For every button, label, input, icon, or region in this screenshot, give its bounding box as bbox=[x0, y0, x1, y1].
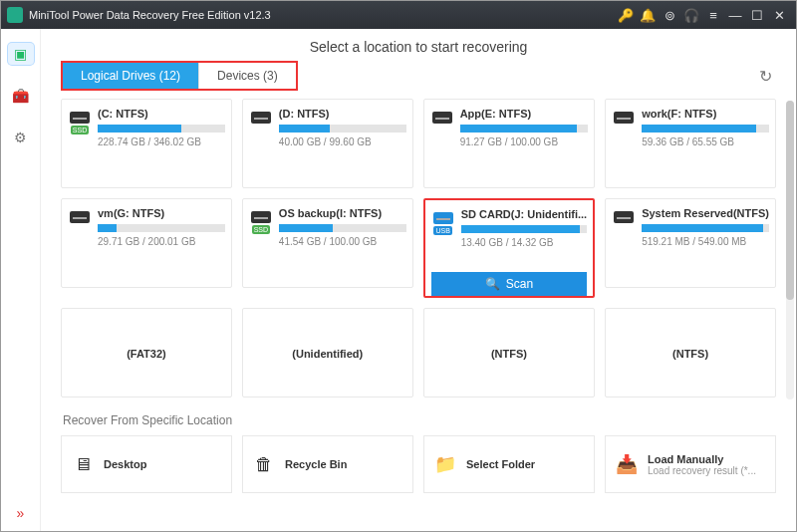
drive-card-9[interactable]: (Unidentified) bbox=[242, 308, 413, 398]
drive-card-7[interactable]: System Reserved(NTFS)519.21 MB / 549.00 … bbox=[605, 198, 776, 288]
drive-size: 13.40 GB / 14.32 GB bbox=[461, 237, 588, 248]
maximize-button[interactable]: ☐ bbox=[746, 8, 768, 23]
drive-card-1[interactable]: (D: NTFS)40.00 GB / 99.60 GB bbox=[242, 99, 413, 188]
drive-name: work(F: NTFS) bbox=[642, 108, 769, 120]
drive-size: 91.27 GB / 100.00 GB bbox=[460, 136, 589, 147]
location-card-3[interactable]: 📥Load ManuallyLoad recovery result (*... bbox=[605, 435, 776, 493]
drive-icon bbox=[612, 211, 636, 223]
drive-name: SD CARD(J: Unidentifi... bbox=[461, 208, 588, 220]
drive-name: (Unidentified) bbox=[292, 348, 363, 360]
location-card-1[interactable]: 🗑Recycle Bin bbox=[242, 435, 413, 493]
drive-tag: USB bbox=[433, 226, 451, 235]
tabs-highlight-box: Logical Drives (12) Devices (3) bbox=[61, 61, 298, 91]
drive-size: 40.00 GB / 99.60 GB bbox=[279, 136, 406, 147]
drive-name: (NTFS) bbox=[491, 348, 527, 360]
location-card-0[interactable]: 🖥Desktop bbox=[61, 435, 232, 493]
headset-icon[interactable]: 🎧 bbox=[680, 8, 702, 23]
scrollbar-thumb[interactable] bbox=[786, 101, 794, 300]
scan-label: Scan bbox=[506, 277, 533, 291]
sidebar-item-drives[interactable]: ▣ bbox=[8, 43, 34, 65]
drive-card-4[interactable]: vm(G: NTFS)29.71 GB / 200.01 GB bbox=[61, 198, 232, 288]
drive-card-5[interactable]: SSDOS backup(I: NTFS)41.54 GB / 100.00 G… bbox=[242, 198, 413, 288]
drive-name: (FAT32) bbox=[127, 348, 166, 360]
key-icon[interactable]: 🔑 bbox=[615, 8, 637, 23]
location-icon: 🗑 bbox=[253, 454, 275, 475]
usage-bar bbox=[98, 224, 225, 232]
drive-size: 29.71 GB / 200.01 GB bbox=[98, 236, 225, 247]
drive-name: (D: NTFS) bbox=[279, 108, 406, 120]
location-sublabel: Load recovery result (*... bbox=[648, 465, 756, 476]
drive-tag: SSD bbox=[252, 225, 270, 234]
drive-card-3[interactable]: work(F: NTFS)59.36 GB / 65.55 GB bbox=[605, 99, 776, 188]
refresh-icon[interactable]: ↻ bbox=[755, 63, 776, 90]
drive-card-6[interactable]: USBSD CARD(J: Unidentifi...13.40 GB / 14… bbox=[423, 198, 596, 298]
usage-bar bbox=[460, 125, 589, 133]
drive-icon: SSD bbox=[68, 112, 92, 134]
expand-sidebar-icon[interactable]: » bbox=[17, 505, 25, 521]
tab-logical-drives[interactable]: Logical Drives (12) bbox=[63, 63, 198, 89]
drive-name: System Reserved(NTFS) bbox=[642, 207, 769, 219]
usage-bar bbox=[279, 125, 406, 133]
drive-name: (C: NTFS) bbox=[98, 108, 225, 120]
sidebar-item-toolbox[interactable]: 🧰 bbox=[8, 85, 34, 107]
tab-devices[interactable]: Devices (3) bbox=[198, 63, 296, 89]
sidebar-item-settings[interactable]: ⚙ bbox=[8, 127, 34, 148]
location-label: Recycle Bin bbox=[285, 458, 347, 470]
usage-bar bbox=[279, 224, 406, 232]
location-label: Select Folder bbox=[466, 458, 535, 470]
location-icon: 📁 bbox=[434, 453, 456, 475]
drive-card-0[interactable]: SSD(C: NTFS)228.74 GB / 346.02 GB bbox=[61, 99, 232, 188]
bell-icon[interactable]: 🔔 bbox=[637, 8, 659, 23]
usage-bar bbox=[642, 224, 769, 232]
usage-bar bbox=[98, 125, 225, 133]
drive-icon bbox=[249, 112, 273, 124]
drive-icon: SSD bbox=[249, 211, 273, 234]
drive-name: OS backup(I: NTFS) bbox=[279, 207, 406, 219]
locations-title: Recover From Specific Location bbox=[63, 413, 776, 427]
drive-card-10[interactable]: (NTFS) bbox=[423, 308, 596, 398]
location-icon: 🖥 bbox=[72, 454, 94, 475]
magnifier-icon: 🔍 bbox=[485, 277, 500, 291]
drive-name: (NTFS) bbox=[672, 348, 708, 360]
drive-icon bbox=[612, 112, 636, 124]
usage-bar bbox=[642, 125, 769, 133]
menu-icon[interactable]: ≡ bbox=[702, 8, 724, 23]
scan-button[interactable]: 🔍Scan bbox=[431, 272, 588, 296]
drive-icon bbox=[430, 112, 454, 124]
disc-icon[interactable]: ⊚ bbox=[659, 8, 680, 23]
scrollbar[interactable] bbox=[786, 101, 794, 399]
location-card-2[interactable]: 📁Select Folder bbox=[423, 435, 595, 493]
drive-card-11[interactable]: (NTFS) bbox=[605, 308, 776, 398]
drive-card-8[interactable]: (FAT32) bbox=[61, 308, 232, 398]
drive-name: vm(G: NTFS) bbox=[98, 207, 225, 219]
drive-size: 41.54 GB / 100.00 GB bbox=[279, 236, 406, 247]
location-icon: 📥 bbox=[616, 453, 638, 475]
drive-size: 228.74 GB / 346.02 GB bbox=[98, 136, 225, 147]
location-label: Load Manually bbox=[648, 453, 756, 465]
usage-bar bbox=[461, 225, 588, 233]
app-logo bbox=[7, 7, 23, 23]
drive-tag: SSD bbox=[71, 126, 89, 134]
app-title: MiniTool Power Data Recovery Free Editio… bbox=[29, 9, 615, 21]
page-heading: Select a location to start recovering bbox=[41, 29, 796, 61]
minimize-button[interactable]: — bbox=[724, 8, 746, 23]
location-label: Desktop bbox=[104, 458, 146, 470]
close-button[interactable]: ✕ bbox=[768, 8, 790, 23]
sidebar: ▣ 🧰 ⚙ » bbox=[1, 29, 41, 531]
drive-card-2[interactable]: App(E: NTFS)91.27 GB / 100.00 GB bbox=[423, 99, 596, 188]
drive-name: App(E: NTFS) bbox=[460, 108, 589, 120]
drive-icon bbox=[68, 211, 92, 223]
drive-size: 519.21 MB / 549.00 MB bbox=[642, 236, 769, 247]
drive-icon: USB bbox=[431, 212, 455, 235]
titlebar: MiniTool Power Data Recovery Free Editio… bbox=[1, 1, 796, 29]
drive-size: 59.36 GB / 65.55 GB bbox=[642, 136, 769, 147]
